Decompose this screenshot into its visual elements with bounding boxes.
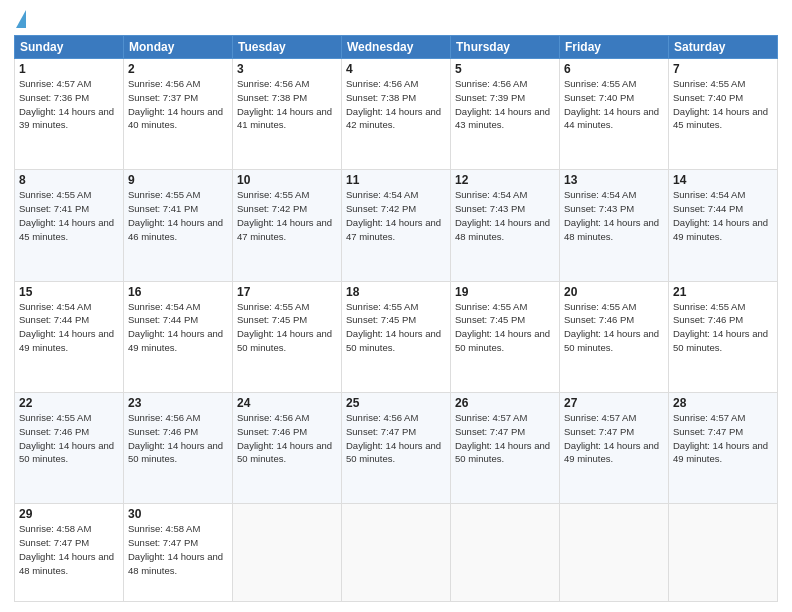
calendar-cell: 30 Sunrise: 4:58 AMSunset: 7:47 PMDaylig… xyxy=(124,504,233,602)
day-number: 17 xyxy=(237,285,337,299)
day-info: Sunrise: 4:55 AMSunset: 7:45 PMDaylight:… xyxy=(455,301,550,353)
calendar-cell: 28 Sunrise: 4:57 AMSunset: 7:47 PMDaylig… xyxy=(669,392,778,503)
day-number: 30 xyxy=(128,507,228,521)
day-info: Sunrise: 4:55 AMSunset: 7:45 PMDaylight:… xyxy=(346,301,441,353)
day-info: Sunrise: 4:56 AMSunset: 7:39 PMDaylight:… xyxy=(455,78,550,130)
day-info: Sunrise: 4:55 AMSunset: 7:41 PMDaylight:… xyxy=(128,189,223,241)
day-info: Sunrise: 4:56 AMSunset: 7:46 PMDaylight:… xyxy=(237,412,332,464)
calendar-cell: 22 Sunrise: 4:55 AMSunset: 7:46 PMDaylig… xyxy=(15,392,124,503)
calendar-cell: 2 Sunrise: 4:56 AMSunset: 7:37 PMDayligh… xyxy=(124,59,233,170)
day-number: 8 xyxy=(19,173,119,187)
day-info: Sunrise: 4:54 AMSunset: 7:42 PMDaylight:… xyxy=(346,189,441,241)
calendar-cell: 15 Sunrise: 4:54 AMSunset: 7:44 PMDaylig… xyxy=(15,281,124,392)
day-number: 14 xyxy=(673,173,773,187)
calendar-cell: 3 Sunrise: 4:56 AMSunset: 7:38 PMDayligh… xyxy=(233,59,342,170)
page: SundayMondayTuesdayWednesdayThursdayFrid… xyxy=(0,0,792,612)
calendar-cell: 5 Sunrise: 4:56 AMSunset: 7:39 PMDayligh… xyxy=(451,59,560,170)
calendar-cell: 18 Sunrise: 4:55 AMSunset: 7:45 PMDaylig… xyxy=(342,281,451,392)
day-number: 7 xyxy=(673,62,773,76)
day-info: Sunrise: 4:54 AMSunset: 7:43 PMDaylight:… xyxy=(564,189,659,241)
header xyxy=(14,10,778,27)
calendar-cell: 23 Sunrise: 4:56 AMSunset: 7:46 PMDaylig… xyxy=(124,392,233,503)
calendar-cell: 13 Sunrise: 4:54 AMSunset: 7:43 PMDaylig… xyxy=(560,170,669,281)
day-number: 24 xyxy=(237,396,337,410)
calendar-cell xyxy=(451,504,560,602)
day-info: Sunrise: 4:57 AMSunset: 7:47 PMDaylight:… xyxy=(564,412,659,464)
day-info: Sunrise: 4:55 AMSunset: 7:46 PMDaylight:… xyxy=(564,301,659,353)
day-number: 9 xyxy=(128,173,228,187)
day-number: 22 xyxy=(19,396,119,410)
day-number: 5 xyxy=(455,62,555,76)
weekday-header-tuesday: Tuesday xyxy=(233,36,342,59)
day-number: 29 xyxy=(19,507,119,521)
calendar-cell: 25 Sunrise: 4:56 AMSunset: 7:47 PMDaylig… xyxy=(342,392,451,503)
day-number: 16 xyxy=(128,285,228,299)
day-info: Sunrise: 4:58 AMSunset: 7:47 PMDaylight:… xyxy=(19,523,114,575)
calendar-cell xyxy=(560,504,669,602)
day-info: Sunrise: 4:55 AMSunset: 7:46 PMDaylight:… xyxy=(673,301,768,353)
day-number: 15 xyxy=(19,285,119,299)
day-info: Sunrise: 4:55 AMSunset: 7:42 PMDaylight:… xyxy=(237,189,332,241)
day-info: Sunrise: 4:56 AMSunset: 7:47 PMDaylight:… xyxy=(346,412,441,464)
calendar-cell: 20 Sunrise: 4:55 AMSunset: 7:46 PMDaylig… xyxy=(560,281,669,392)
day-info: Sunrise: 4:55 AMSunset: 7:40 PMDaylight:… xyxy=(673,78,768,130)
day-number: 28 xyxy=(673,396,773,410)
weekday-header-monday: Monday xyxy=(124,36,233,59)
calendar-cell: 24 Sunrise: 4:56 AMSunset: 7:46 PMDaylig… xyxy=(233,392,342,503)
day-number: 26 xyxy=(455,396,555,410)
day-info: Sunrise: 4:56 AMSunset: 7:38 PMDaylight:… xyxy=(346,78,441,130)
calendar-header-row: SundayMondayTuesdayWednesdayThursdayFrid… xyxy=(15,36,778,59)
day-number: 20 xyxy=(564,285,664,299)
calendar-table: SundayMondayTuesdayWednesdayThursdayFrid… xyxy=(14,35,778,602)
day-info: Sunrise: 4:56 AMSunset: 7:37 PMDaylight:… xyxy=(128,78,223,130)
calendar-cell: 1 Sunrise: 4:57 AMSunset: 7:36 PMDayligh… xyxy=(15,59,124,170)
calendar-cell: 4 Sunrise: 4:56 AMSunset: 7:38 PMDayligh… xyxy=(342,59,451,170)
day-number: 19 xyxy=(455,285,555,299)
day-info: Sunrise: 4:55 AMSunset: 7:40 PMDaylight:… xyxy=(564,78,659,130)
calendar-cell: 14 Sunrise: 4:54 AMSunset: 7:44 PMDaylig… xyxy=(669,170,778,281)
calendar-cell: 26 Sunrise: 4:57 AMSunset: 7:47 PMDaylig… xyxy=(451,392,560,503)
day-info: Sunrise: 4:54 AMSunset: 7:43 PMDaylight:… xyxy=(455,189,550,241)
day-info: Sunrise: 4:55 AMSunset: 7:41 PMDaylight:… xyxy=(19,189,114,241)
calendar-cell: 9 Sunrise: 4:55 AMSunset: 7:41 PMDayligh… xyxy=(124,170,233,281)
day-number: 25 xyxy=(346,396,446,410)
day-number: 2 xyxy=(128,62,228,76)
day-info: Sunrise: 4:57 AMSunset: 7:47 PMDaylight:… xyxy=(455,412,550,464)
calendar-cell: 29 Sunrise: 4:58 AMSunset: 7:47 PMDaylig… xyxy=(15,504,124,602)
day-number: 11 xyxy=(346,173,446,187)
calendar-cell: 17 Sunrise: 4:55 AMSunset: 7:45 PMDaylig… xyxy=(233,281,342,392)
calendar-cell xyxy=(669,504,778,602)
logo-triangle-icon xyxy=(16,10,26,28)
day-number: 3 xyxy=(237,62,337,76)
day-info: Sunrise: 4:54 AMSunset: 7:44 PMDaylight:… xyxy=(128,301,223,353)
logo-block xyxy=(14,10,26,27)
calendar-cell: 10 Sunrise: 4:55 AMSunset: 7:42 PMDaylig… xyxy=(233,170,342,281)
calendar-cell: 27 Sunrise: 4:57 AMSunset: 7:47 PMDaylig… xyxy=(560,392,669,503)
day-number: 10 xyxy=(237,173,337,187)
logo xyxy=(14,10,26,27)
weekday-header-sunday: Sunday xyxy=(15,36,124,59)
calendar-cell: 19 Sunrise: 4:55 AMSunset: 7:45 PMDaylig… xyxy=(451,281,560,392)
calendar-cell: 7 Sunrise: 4:55 AMSunset: 7:40 PMDayligh… xyxy=(669,59,778,170)
day-number: 23 xyxy=(128,396,228,410)
day-info: Sunrise: 4:57 AMSunset: 7:47 PMDaylight:… xyxy=(673,412,768,464)
weekday-header-thursday: Thursday xyxy=(451,36,560,59)
day-number: 6 xyxy=(564,62,664,76)
day-info: Sunrise: 4:56 AMSunset: 7:38 PMDaylight:… xyxy=(237,78,332,130)
day-info: Sunrise: 4:55 AMSunset: 7:45 PMDaylight:… xyxy=(237,301,332,353)
day-info: Sunrise: 4:56 AMSunset: 7:46 PMDaylight:… xyxy=(128,412,223,464)
calendar-cell: 8 Sunrise: 4:55 AMSunset: 7:41 PMDayligh… xyxy=(15,170,124,281)
weekday-header-friday: Friday xyxy=(560,36,669,59)
day-number: 4 xyxy=(346,62,446,76)
day-number: 13 xyxy=(564,173,664,187)
day-number: 21 xyxy=(673,285,773,299)
day-number: 27 xyxy=(564,396,664,410)
calendar-cell xyxy=(233,504,342,602)
calendar-cell: 16 Sunrise: 4:54 AMSunset: 7:44 PMDaylig… xyxy=(124,281,233,392)
day-info: Sunrise: 4:54 AMSunset: 7:44 PMDaylight:… xyxy=(673,189,768,241)
day-info: Sunrise: 4:58 AMSunset: 7:47 PMDaylight:… xyxy=(128,523,223,575)
day-info: Sunrise: 4:55 AMSunset: 7:46 PMDaylight:… xyxy=(19,412,114,464)
day-info: Sunrise: 4:54 AMSunset: 7:44 PMDaylight:… xyxy=(19,301,114,353)
weekday-header-saturday: Saturday xyxy=(669,36,778,59)
calendar-cell xyxy=(342,504,451,602)
